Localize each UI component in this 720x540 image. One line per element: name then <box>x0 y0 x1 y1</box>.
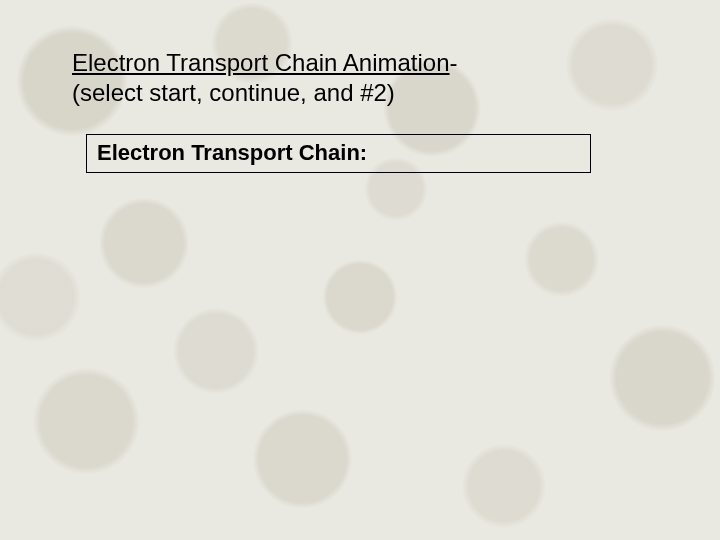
title-subtitle: (select start, continue, and #2) <box>72 78 648 108</box>
slide: Electron Transport Chain Animation- (sel… <box>0 0 720 540</box>
callout-box: Electron Transport Chain: <box>86 134 591 173</box>
title-block: Electron Transport Chain Animation- (sel… <box>72 48 648 108</box>
callout-heading: Electron Transport Chain: <box>97 140 367 165</box>
title-suffix: - <box>450 49 458 76</box>
title-link[interactable]: Electron Transport Chain Animation <box>72 49 450 76</box>
